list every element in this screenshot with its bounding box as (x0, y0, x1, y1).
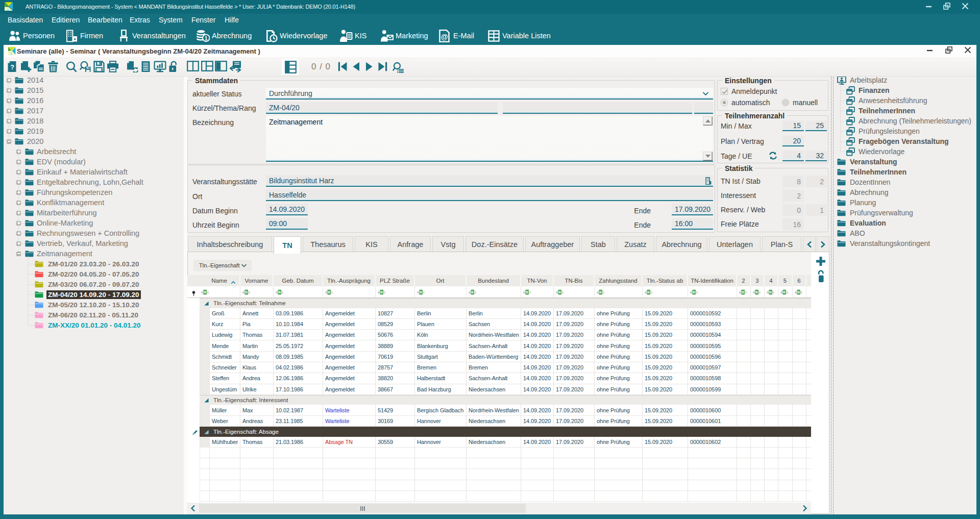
grid-horizontal-scrollbar[interactable] (187, 503, 811, 514)
tree-expander[interactable] (7, 109, 11, 113)
tree-year-label[interactable]: 2020 (27, 137, 43, 145)
tree-year-label[interactable]: 2016 (27, 96, 43, 105)
grid-row[interactable]: LudewigThomas31.07.1981Angemeldet50676Kö… (187, 330, 811, 340)
menu-editieren[interactable]: Editieren (52, 16, 80, 24)
workspace-view-item[interactable]: Wiedervorlage (837, 146, 904, 157)
tn-value2-input[interactable]: 25 (805, 120, 827, 131)
apptool-e-mail[interactable]: @E-Mail (437, 27, 452, 45)
tree-year-label[interactable]: 2014 (27, 77, 43, 84)
group-row[interactable]: Tln.-Eigenschaft: Absage (200, 427, 811, 437)
tool-nav-last-icon[interactable] (378, 62, 387, 73)
scroll-right-icon[interactable] (802, 505, 807, 512)
workspace-view-item[interactable]: TeilnehmerInnen (837, 106, 915, 116)
tree-expander[interactable] (7, 78, 11, 83)
filter-cell[interactable]: a B c (240, 286, 274, 298)
rang-input[interactable] (694, 102, 713, 114)
tool-doc-sync-icon[interactable] (126, 61, 139, 75)
tool-nav-next-icon[interactable] (365, 62, 373, 73)
tn-value-input[interactable]: 20 (782, 136, 804, 146)
grid-row[interactable]: SteffenAndrea12.06.1986Angemeldet38820Ha… (187, 373, 811, 384)
app-close-button[interactable] (962, 3, 971, 12)
building-icon[interactable] (705, 177, 712, 186)
filter-abc-icon[interactable]: a B c (417, 289, 425, 295)
filter-cell[interactable]: a B c (199, 286, 240, 298)
tn-value2-input[interactable]: 32 (805, 151, 827, 161)
scrollbar-thumb[interactable] (199, 504, 526, 513)
left-splitter[interactable] (184, 77, 187, 514)
thema-input[interactable] (503, 102, 692, 114)
tool-search-rec-icon[interactable] (392, 62, 405, 76)
grid-row[interactable]: SchneiderKlaus04.02.1986Angemeldet28757B… (187, 362, 811, 373)
group-expand-icon[interactable] (204, 430, 209, 434)
tool-search-save-icon[interactable] (79, 61, 91, 75)
filter-abc-icon[interactable]: a B c (242, 289, 251, 295)
workspace-folder-item[interactable]: Veranstaltungskontingent (837, 238, 930, 249)
tab-inhaltsbeschreibung[interactable]: Inhaltsbeschreibung (188, 236, 272, 252)
workspace-folder-item[interactable]: Evaluation (837, 218, 886, 228)
tree-seminar-item[interactable]: ZM-04/20 14.09.20 - 17.09.20 (26, 289, 141, 300)
app-restore-button[interactable] (943, 3, 952, 12)
apptool-kis[interactable]: KIS (339, 27, 353, 45)
filter-cell[interactable]: a B c (274, 286, 323, 298)
filter-abc-icon[interactable]: a B c (523, 289, 531, 295)
filter-abc-icon[interactable]: a B c (201, 289, 209, 295)
tab-scroll-left[interactable] (803, 236, 816, 252)
staette-input[interactable]: Bildungsinstitut Harz (266, 175, 713, 187)
tree-expander[interactable] (16, 160, 21, 164)
tree-expander[interactable] (16, 231, 21, 236)
scroll-left-icon[interactable] (190, 505, 195, 512)
filter-abc-icon[interactable]: a B c (469, 289, 477, 295)
tab-scroll-right[interactable] (817, 236, 829, 252)
workspace-view-item[interactable]: Fragebögen Veranstaltung (837, 136, 949, 146)
doc-minimize-button[interactable] (926, 46, 935, 55)
workspace-folder-item[interactable]: ABO (837, 228, 865, 238)
workspace-view-item[interactable]: Prüfungsleistungen (837, 126, 920, 136)
apptool-abrechnung[interactable]: 1Abrechnung (196, 27, 210, 45)
tool-doc-new-icon[interactable] (20, 61, 32, 75)
col-header-tn-identifikation[interactable]: TN-Identifikation (688, 275, 737, 286)
menu-hilfe[interactable]: Hilfe (225, 16, 239, 24)
grid-row[interactable]: SchmidtMandy08.09.1985Angemeldet70619Stu… (187, 352, 811, 362)
tree-seminar-label[interactable]: ZM-01/20 23.03.20 - 26.03.20 (46, 260, 141, 268)
col-header-4[interactable]: 4 (765, 275, 778, 286)
tree-year-label[interactable]: 2018 (27, 117, 43, 125)
tool-nav-prev-icon[interactable] (352, 62, 360, 73)
tree-seminar-item[interactable]: ZM-XX/20 01.01.20 - 04.01.20 (26, 320, 142, 330)
app-minimize-button[interactable] (925, 3, 935, 12)
datum-ende-input[interactable]: 17.09.2020 (672, 204, 713, 215)
apptool-variable-listen[interactable]: Variable Listen (486, 27, 501, 45)
filter-cell[interactable]: a B c (751, 286, 765, 298)
col-header-tln-auspr-gung[interactable]: Tln.-Ausprägung (323, 275, 376, 286)
filter-abc-icon[interactable]: a B c (739, 289, 747, 295)
tab-abrechnung[interactable]: Abrechnung (656, 236, 707, 252)
apptool-personen[interactable]: Personen (7, 27, 21, 45)
tool-save-icon[interactable] (93, 61, 105, 75)
tree-year-label[interactable]: 2019 (27, 127, 43, 135)
tree-expander[interactable] (16, 252, 21, 256)
tree-seminar-item[interactable]: ZM-06/20 02.11.20 - 05.11.20 (26, 310, 140, 320)
menu-extras[interactable]: Extras (130, 16, 150, 24)
filter-abc-icon[interactable]: a B c (378, 289, 386, 295)
tool-trash-icon[interactable] (47, 61, 59, 75)
tool-monitor-chart-icon[interactable] (154, 61, 166, 75)
workspace-folder-item[interactable]: DozentInnen (837, 177, 890, 187)
filter-cell[interactable]: a B c (521, 286, 554, 298)
tab-unterlagen[interactable]: Unterlagen (709, 236, 761, 252)
tree-expander[interactable] (7, 119, 11, 123)
tool-doc-help-icon[interactable]: ? (7, 61, 17, 75)
col-header-tn-bis[interactable]: TN-Bis (554, 275, 595, 286)
kuerzel-input[interactable]: ZM-04/20 (266, 102, 498, 114)
tool-lock-open-icon[interactable] (168, 61, 178, 75)
tn-value-input[interactable]: 15 (782, 120, 804, 131)
tree-seminar-label[interactable]: ZM-XX/20 01.01.20 - 04.01.20 (46, 321, 142, 330)
filter-cell[interactable]: a B c (765, 286, 778, 298)
tree-seminar-item[interactable]: ZM-02/20 04.05.20 - 07.05.20 (26, 269, 141, 279)
tab-doz-eins-tze[interactable]: Doz.-Einsätze (465, 236, 524, 252)
tree-expander[interactable] (16, 221, 21, 226)
doc-restore-button[interactable] (945, 46, 953, 55)
tree-seminar-label[interactable]: ZM-02/20 04.05.20 - 07.05.20 (46, 270, 141, 279)
tool-record-view-button[interactable] (282, 59, 299, 75)
tree-category-label[interactable]: Zeitmanagement (37, 250, 92, 258)
workspace-folder-item[interactable]: Abrechnung (837, 187, 889, 197)
filter-abc-icon[interactable]: a B c (795, 289, 803, 295)
